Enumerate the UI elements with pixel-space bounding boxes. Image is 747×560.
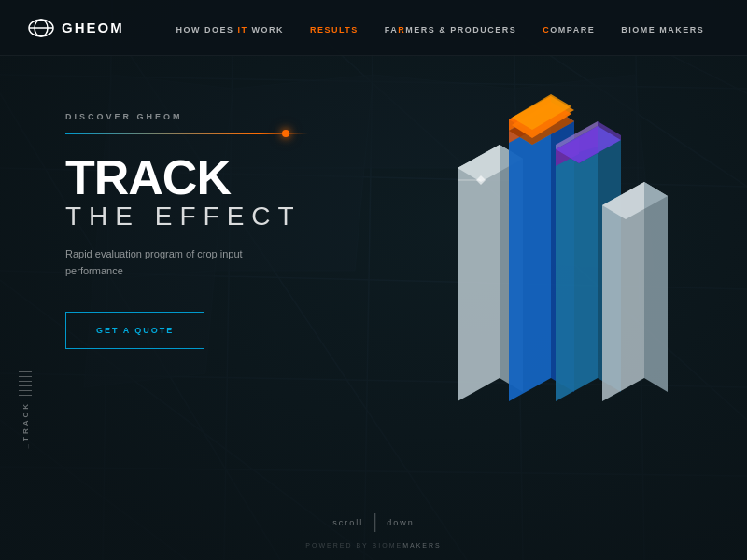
logo-area[interactable]: GHEOM <box>28 19 124 37</box>
logo-icon <box>28 19 54 37</box>
scroll-label-right: down <box>387 518 415 527</box>
side-lines <box>19 371 32 396</box>
hero-content: DISCOVER GHEOM TRACK THE EFFECT Rapid ev… <box>0 56 374 405</box>
progress-dot <box>282 130 289 137</box>
hero-title-effect: THE EFFECT <box>65 202 302 231</box>
hero-title-track: TRACK <box>65 150 231 204</box>
makers-highlight: MAKERS <box>402 542 442 549</box>
side-track: _TRACK <box>19 371 32 448</box>
side-track-label: _TRACK <box>21 401 30 448</box>
discover-label: DISCOVER GHEOM <box>65 112 308 121</box>
nav-item-results[interactable]: RESULTS <box>310 20 359 36</box>
scroll-label-left: scroll <box>332 518 363 527</box>
svg-marker-31 <box>509 107 551 401</box>
svg-line-4 <box>0 467 747 476</box>
svg-marker-41 <box>644 182 668 392</box>
nav-item-compare[interactable]: COMPARE <box>543 20 595 36</box>
brand-name: GHEOM <box>62 20 124 35</box>
nav-links: HOW DOES IT WORK RESULTS FARMERS & PRODU… <box>162 20 719 36</box>
navbar: GHEOM HOW DOES IT WORK RESULTS FARMERS &… <box>0 0 747 56</box>
nav-item-how-it-works[interactable]: HOW DOES IT WORK <box>176 20 284 36</box>
scroll-divider <box>374 513 375 532</box>
hero-title: TRACK THE EFFECT <box>65 153 308 231</box>
hero-subtitle: Rapid evaluation program of crop input p… <box>65 246 271 279</box>
powered-by: POWERED BY BIOMEMAKERS <box>305 542 441 549</box>
svg-marker-34 <box>556 126 598 401</box>
svg-marker-28 <box>458 145 500 401</box>
nav-item-farmers[interactable]: FARMERS & PRODUCERS <box>385 20 517 36</box>
scroll-indicator: scroll down <box>332 513 415 532</box>
chart-area <box>402 56 700 411</box>
nav-item-biome[interactable]: BIOME MAKERS <box>621 20 704 36</box>
cta-button[interactable]: GET A QUOTE <box>65 312 204 349</box>
progress-line <box>65 133 308 134</box>
